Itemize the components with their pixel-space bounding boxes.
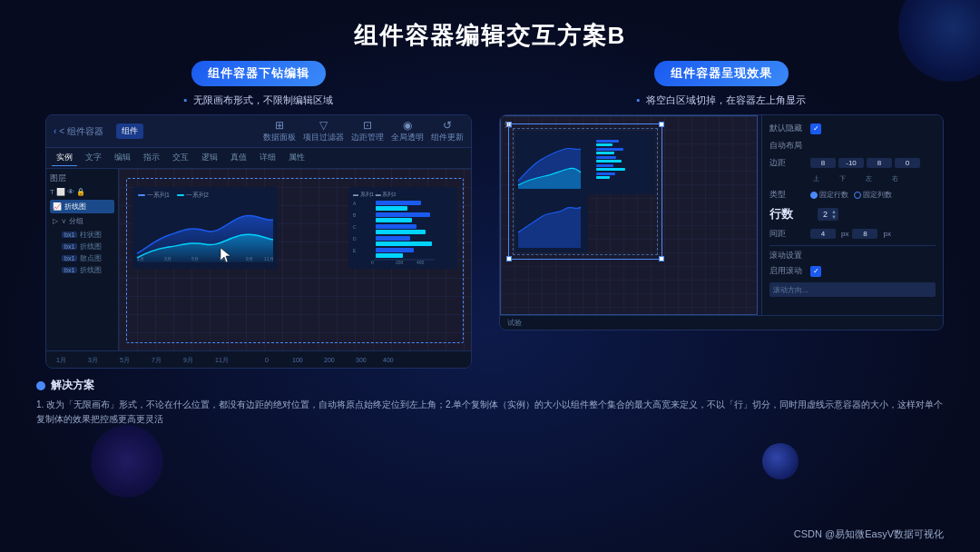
divider [769,245,936,246]
svg-rect-37 [596,140,619,143]
rows-spin[interactable]: 2 ▲ ▼ [818,208,838,221]
tab-detail[interactable]: 详细 [255,150,280,166]
properties-panel: 默认隐藏 ✓ 自动布局 边距 8 -10 [761,115,943,315]
layer-subitem-line2[interactable]: bx1 折线图 [59,264,114,276]
layer-btn-eye[interactable]: 👁 [67,188,74,196]
bar-chart-svg: ▬ 系列1 ▬ 系列2 [348,187,457,269]
type-radio-group: 固定行数 固定列数 [810,190,892,200]
layers-sidebar: 图层 T ⬜ 👁 🔒 📈 折线图 ▷ ∨ 分组 [46,169,119,350]
layer-item-linechart[interactable]: 📈 折线图 [50,200,114,213]
svg-rect-39 [596,148,623,151]
back-icon: ‹ [54,126,56,136]
action-filter[interactable]: ▽ 项目过滤器 [303,119,344,143]
border-right[interactable]: 0 [895,158,920,168]
border-label: 边距 [769,157,810,169]
tab-text[interactable]: 文字 [81,150,106,166]
layer-btn-lock[interactable]: 🔒 [76,188,85,196]
panel-sub-tabs: 实例 文字 编辑 指示 交互 逻辑 真值 详细 属性 [46,148,471,169]
action-update[interactable]: ↺ 组件更新 [431,119,464,143]
preview-chart-tl [515,131,588,194]
inner-dashed [513,128,658,255]
tab-indicator[interactable]: 指示 [139,150,164,166]
svg-rect-14 [376,242,432,246]
svg-text:3月: 3月 [88,357,98,363]
layer-subitem-bar[interactable]: bx1 柱状图 [59,229,114,241]
left-desc: ▪ 无限画布形式，不限制编辑区域 [184,94,334,107]
tab-props[interactable]: 属性 [284,150,309,166]
svg-rect-12 [376,230,426,234]
svg-text:200: 200 [324,357,335,363]
layer-subitem-scatter[interactable]: bx1 散点图 [59,252,114,264]
svg-text:9月: 9月 [246,256,253,261]
layers-toolbar: T ⬜ 👁 🔒 [50,188,114,196]
svg-text:B: B [353,212,357,218]
layer-item-group[interactable]: ▷ ∨ 分组 [50,214,114,228]
gap-row[interactable]: 8 [852,229,877,239]
border-bottom[interactable]: -10 [838,158,864,168]
rows-label: 行数 [769,206,810,222]
svg-text:400: 400 [416,260,425,265]
svg-rect-8 [376,206,407,211]
svg-text:C: C [353,224,357,230]
svg-text:5月: 5月 [120,357,130,363]
tab-component[interactable]: 组件 [116,123,143,139]
svg-text:1月: 1月 [56,357,66,363]
handle-bl [506,256,512,261]
layers-title: 图层 [50,172,114,184]
default-hidden-checkbox[interactable]: ✓ [810,123,821,134]
tab-interact[interactable]: 交互 [168,150,193,166]
svg-rect-16 [376,253,403,258]
tab-edit[interactable]: 编辑 [110,150,135,166]
tab-instance[interactable]: 实例 [52,150,77,166]
svg-rect-9 [376,212,430,217]
solution-text: 1. 改为「无限画布」形式，不论在什么位置，都没有边距的绝对位置，自动将原点始终… [36,398,944,427]
action-opacity[interactable]: ◉ 全局透明 [391,119,424,143]
svg-text:D: D [353,236,357,242]
preview-selection-box [508,123,662,260]
svg-text:100: 100 [292,357,303,363]
preview-chart-bl [515,189,588,252]
tab-logic[interactable]: 逻辑 [197,150,222,166]
action-margin[interactable]: ⊡ 边距管理 [351,119,384,143]
right-bottom-bar: 试验 [500,315,943,330]
right-editor-panel: 矩 默认隐藏 ✓ 自动布局 [499,114,944,330]
right-column: 组件容器呈现效果 ▪ 将空白区域切掉，在容器左上角显示 [499,61,944,369]
svg-rect-44 [596,168,625,171]
svg-text:3月: 3月 [164,256,172,261]
layer-btn-t[interactable]: T [50,188,54,196]
bg-decoration-bl [91,425,163,498]
back-button[interactable]: ‹ < 组件容器 [54,125,103,138]
default-hidden-label: 默认隐藏 [769,123,810,134]
gap-col[interactable]: 4 [810,229,836,239]
prop-border-sublabels: 上 下 左 右 [769,174,936,183]
tab-truth[interactable]: 真值 [226,150,251,166]
panel-toolbar: ‹ < 组件容器 组件 ⊞ 数据面板 ▽ 项目过滤器 ⊡ [46,115,471,148]
type-fixed-cols[interactable]: 固定列数 [854,190,892,200]
svg-rect-7 [376,201,421,205]
svg-rect-40 [596,152,614,154]
border-top[interactable]: 8 [810,158,836,168]
preview-chart-tr [583,131,655,194]
scroll-enable-checkbox[interactable]: ✓ [810,266,821,277]
layer-btn-rect[interactable]: ⬜ [56,188,65,196]
svg-rect-42 [596,160,622,163]
right-badge: 组件容器呈现效果 [654,61,789,86]
canvas-area[interactable]: 一系列1 一系列2 [119,169,471,350]
footer: CSDN @易知微EasyV数据可视化 [794,527,944,541]
svg-text:11月: 11月 [215,357,229,363]
scroll-section-title: 滚动设置 [769,250,936,261]
border-left[interactable]: 8 [867,158,892,168]
bg-planet [762,443,799,479]
scroll-enable-label: 启用滚动 [769,265,810,277]
type-fixed-rows[interactable]: 固定行数 [810,190,848,200]
right-panel-content: 矩 默认隐藏 ✓ 自动布局 [500,115,943,315]
cursor-indicator [219,246,233,264]
solution-dot-icon [36,381,45,390]
layer-subitem-line[interactable]: bx1 折线图 [59,241,114,252]
svg-rect-46 [596,176,610,179]
svg-text:▬ 系列1 ▬ 系列2: ▬ 系列1 ▬ 系列2 [353,192,397,197]
rows-down-arrow[interactable]: ▼ [831,214,837,220]
svg-text:A: A [353,201,357,206]
action-dashboard[interactable]: ⊞ 数据面板 [263,119,296,143]
svg-rect-11 [376,224,416,229]
